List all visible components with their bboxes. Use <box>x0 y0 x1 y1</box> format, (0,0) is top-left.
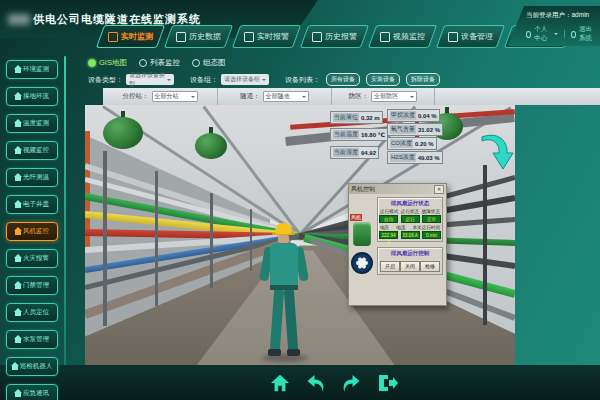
rack-post <box>483 165 487 325</box>
worker-figure[interactable] <box>248 223 320 365</box>
sidebar-item-manhole-cover[interactable]: 电子井盖 <box>6 195 58 214</box>
alarm-icon <box>244 32 254 42</box>
view-mode-radios: GIS地图 列表监控 组态图 <box>88 56 598 69</box>
redacted-company-name <box>8 14 30 25</box>
sidebar-item-personnel[interactable]: 人员定位 <box>6 303 58 322</box>
sidebar-item-fan-monitor[interactable]: 风机监控 <box>6 222 58 241</box>
person-icon <box>526 31 531 38</box>
sidebar-item-water-pump[interactable]: 水泵管理 <box>6 330 58 349</box>
radio-gis-map[interactable]: GIS地图 <box>88 58 127 68</box>
current-value: 33.06 A <box>401 231 420 239</box>
house-icon <box>15 285 21 289</box>
sensor-badge-oxygen: 氧气含量31.02 % <box>387 123 443 136</box>
dialog-titlebar[interactable]: 风机控制 ✕ <box>349 184 446 194</box>
device-group-select[interactable]: 请选择设备组 <box>221 74 269 85</box>
hard-hat <box>275 223 292 234</box>
tab-device-manage[interactable]: 设备管理 <box>436 25 505 48</box>
install-devices-button[interactable]: 安装设备 <box>366 73 400 86</box>
radio-icon <box>88 59 96 67</box>
sensor-badge-co: CO浓度0.20 % <box>387 137 437 150</box>
runtime-value: 0 min <box>422 231 441 239</box>
zone-filter: 防区： 全部防区 <box>332 88 435 105</box>
user-center-link[interactable]: 个人中心 <box>534 25 551 43</box>
header: 供电公司电缆隧道在线监测系统 实时监测 历史数据 实时报警 历史报警 视频监控 … <box>0 0 600 52</box>
logout-link[interactable]: 退出系统 <box>579 25 596 43</box>
sidebar-item-access-control[interactable]: 门禁管理 <box>6 276 58 295</box>
fan-off-button[interactable]: 关闭 <box>400 261 420 272</box>
exit-icon[interactable] <box>377 373 399 393</box>
sidebar-item-fire-alarm[interactable]: 火灾报警 <box>6 249 58 268</box>
house-icon <box>15 96 21 100</box>
chevron-down-icon <box>302 96 306 100</box>
footer-nav <box>0 365 600 400</box>
sidebar-item-video[interactable]: 视频监控 <box>6 141 58 160</box>
fan-maintain-button[interactable]: 检修 <box>420 261 440 272</box>
radio-list-monitor[interactable]: 列表监控 <box>139 58 180 68</box>
house-icon <box>15 312 21 316</box>
ceiling-fan[interactable] <box>195 133 227 159</box>
fan-on-button[interactable]: 开启 <box>380 261 400 272</box>
substation-select[interactable]: 全部分站 <box>152 91 198 102</box>
rack-post <box>155 171 158 306</box>
rack-post <box>210 193 213 288</box>
run-state-value: 运行 <box>401 215 420 223</box>
sidebar-item-ground-current[interactable]: 接地环流 <box>6 87 58 106</box>
all-devices-button[interactable]: 所有设备 <box>326 73 360 86</box>
sidebar-item-fiber-temp[interactable]: 光纤测温 <box>6 168 58 187</box>
close-icon[interactable]: ✕ <box>434 185 444 194</box>
tab-video-monitor[interactable]: 视频监控 <box>368 25 437 48</box>
remove-devices-button[interactable]: 拆除设备 <box>406 73 440 86</box>
sensor-badge-methane: 甲烷浓度0.04 % <box>387 109 440 122</box>
chevron-down-icon <box>191 96 195 100</box>
rack-post <box>103 151 107 326</box>
tunnel-filter: 隧道： 全部隧道 <box>218 88 332 105</box>
device-icon <box>448 32 458 42</box>
home-icon[interactable] <box>270 373 290 393</box>
back-icon[interactable] <box>305 373 326 393</box>
tab-realtime-alarm[interactable]: 实时报警 <box>232 25 301 48</box>
run-mode-value: 自动 <box>379 215 398 223</box>
history-icon <box>176 32 186 42</box>
tunnel-select[interactable]: 全部隧道 <box>263 91 309 102</box>
device-filter-row: 设备类型： 请选择设备类型 设备组： 请选择设备组 设备列表： 所有设备 安装设… <box>88 73 598 86</box>
sidebar-item-environment[interactable]: 环境监测 <box>6 60 58 79</box>
forward-icon[interactable] <box>341 373 362 393</box>
house-icon <box>12 366 18 370</box>
sidebar-item-temperature[interactable]: 温度监测 <box>6 114 58 133</box>
chevron-down-icon <box>410 96 414 100</box>
sensor-badge-h2s: H2S浓度49.03 % <box>387 151 443 164</box>
house-icon <box>15 204 21 208</box>
radio-config-diagram[interactable]: 组态图 <box>192 58 226 68</box>
house-icon <box>15 177 21 181</box>
sidebar-item-robot[interactable]: 巡检机器人 <box>6 357 58 376</box>
tab-realtime-monitor[interactable]: 实时监测 <box>96 25 165 48</box>
report-icon <box>312 32 322 42</box>
house-icon <box>15 69 21 73</box>
location-filter-bar: 分控站： 全部分站 隧道： 全部隧道 防区： 全部防区 <box>103 88 600 105</box>
fan-control-dialog: 风机控制 ✕ 风机 排风扇运行状态 运行模式 运行状态 故障状态 自动 运行 正… <box>348 183 447 306</box>
radio-icon <box>139 59 147 67</box>
tab-history-data[interactable]: 历史数据 <box>164 25 233 48</box>
view-controls: GIS地图 列表监控 组态图 设备类型： 请选择设备类型 设备组： 请选择设备组… <box>88 56 598 86</box>
status-heading: 排风扇运行状态 <box>379 200 441 207</box>
house-icon <box>15 258 21 262</box>
sensor-badge-level: 当前液位0.32 m <box>330 111 383 124</box>
tunnel-3d-view[interactable]: 当前液位0.32 m 当前温度16.80 ℃ 当前湿度94.92 甲烷浓度0.0… <box>85 105 515 365</box>
house-icon <box>15 393 21 397</box>
zone-select[interactable]: 全部防区 <box>371 91 417 102</box>
radio-icon <box>192 59 200 67</box>
sidebar-item-emergency-comms[interactable]: 应急通讯 <box>6 384 58 400</box>
nav-arrow-icon[interactable] <box>478 129 514 171</box>
house-icon <box>15 231 21 235</box>
ceiling-fan[interactable] <box>103 117 143 149</box>
tab-history-alarm[interactable]: 历史报警 <box>300 25 369 48</box>
fan-control-group: 排风扇运行控制 开启 关闭 检修 <box>377 247 443 275</box>
chevron-down-icon <box>262 79 266 83</box>
device-group-label: 设备组： <box>190 75 218 85</box>
device-type-select[interactable]: 请选择设备类型 <box>126 74 174 85</box>
device-list-label: 设备列表： <box>285 75 320 85</box>
fault-state-value: 正常 <box>422 215 441 223</box>
monitor-icon <box>108 32 118 42</box>
sidebar: 环境监测 接地环流 温度监测 视频监控 光纤测温 电子井盖 风机监控 火灾报警 … <box>0 60 64 400</box>
dialog-title: 风机控制 <box>351 185 375 194</box>
